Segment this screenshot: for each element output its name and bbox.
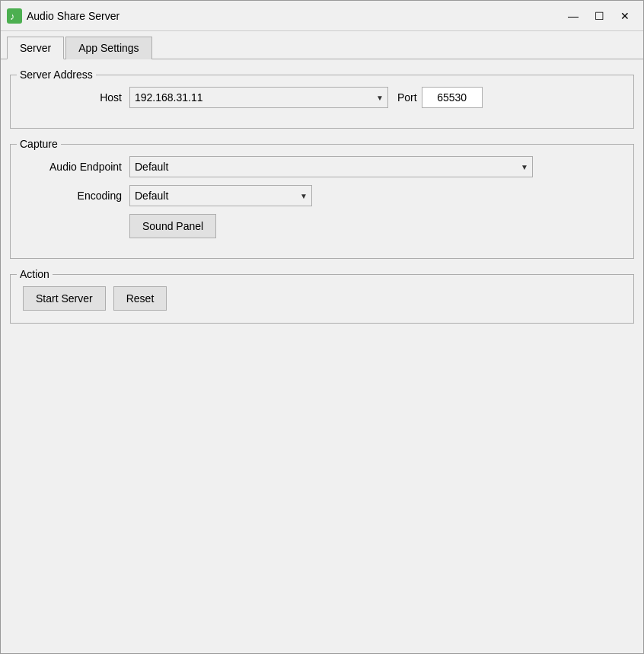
- tab-app-settings[interactable]: App Settings: [65, 37, 151, 59]
- tab-bar: Server App Settings: [1, 31, 643, 59]
- server-address-inner: Host 192.168.31.11 ▼ Port: [11, 81, 633, 128]
- port-label: Port: [397, 91, 417, 104]
- host-row: Host 192.168.31.11 ▼ Port: [23, 87, 621, 108]
- encoding-combo-wrapper: Default ▼: [129, 185, 312, 206]
- title-bar: ♪ Audio Share Server — ☐ ✕: [1, 1, 643, 31]
- maximize-button[interactable]: ☐: [587, 5, 611, 27]
- capture-legend: Capture: [17, 138, 61, 150]
- audio-endpoint-row: Audio Endpoint Default ▼: [23, 156, 621, 177]
- port-input[interactable]: [422, 87, 483, 108]
- action-section: Action Start Server Reset: [10, 268, 634, 324]
- close-button[interactable]: ✕: [613, 5, 637, 27]
- main-window: ♪ Audio Share Server — ☐ ✕ Server App Se…: [0, 0, 644, 654]
- start-server-button[interactable]: Start Server: [23, 286, 106, 311]
- app-icon: ♪: [7, 8, 22, 24]
- host-combo-wrapper: 192.168.31.11 ▼: [129, 87, 388, 108]
- minimize-button[interactable]: —: [561, 5, 585, 27]
- window-controls: — ☐ ✕: [561, 5, 637, 27]
- encoding-label: Encoding: [23, 190, 122, 202]
- sound-panel-row: Sound Panel: [23, 214, 621, 238]
- server-address-section: Server Address Host 192.168.31.11 ▼ Port: [10, 69, 634, 129]
- svg-text:♪: ♪: [10, 11, 15, 22]
- host-label: Host: [23, 91, 122, 104]
- audio-endpoint-combo-wrapper: Default ▼: [129, 156, 533, 177]
- reset-button[interactable]: Reset: [113, 286, 167, 311]
- window-title: Audio Share Server: [27, 10, 561, 22]
- action-inner: Start Server Reset: [11, 280, 633, 323]
- encoding-row: Encoding Default ▼: [23, 185, 621, 206]
- main-content: Server Address Host 192.168.31.11 ▼ Port: [1, 59, 643, 653]
- action-legend: Action: [17, 268, 53, 280]
- capture-inner: Audio Endpoint Default ▼ Encoding Defaul…: [11, 150, 633, 258]
- host-select[interactable]: 192.168.31.11: [129, 87, 388, 108]
- capture-section: Capture Audio Endpoint Default ▼ Encodin…: [10, 138, 634, 259]
- encoding-select[interactable]: Default: [129, 185, 312, 206]
- tab-server[interactable]: Server: [7, 37, 64, 59]
- audio-endpoint-label: Audio Endpoint: [23, 161, 122, 173]
- sound-panel-button[interactable]: Sound Panel: [129, 214, 216, 238]
- audio-endpoint-select[interactable]: Default: [129, 156, 533, 177]
- host-control-group: 192.168.31.11 ▼ Port: [129, 87, 621, 108]
- server-address-legend: Server Address: [17, 69, 96, 81]
